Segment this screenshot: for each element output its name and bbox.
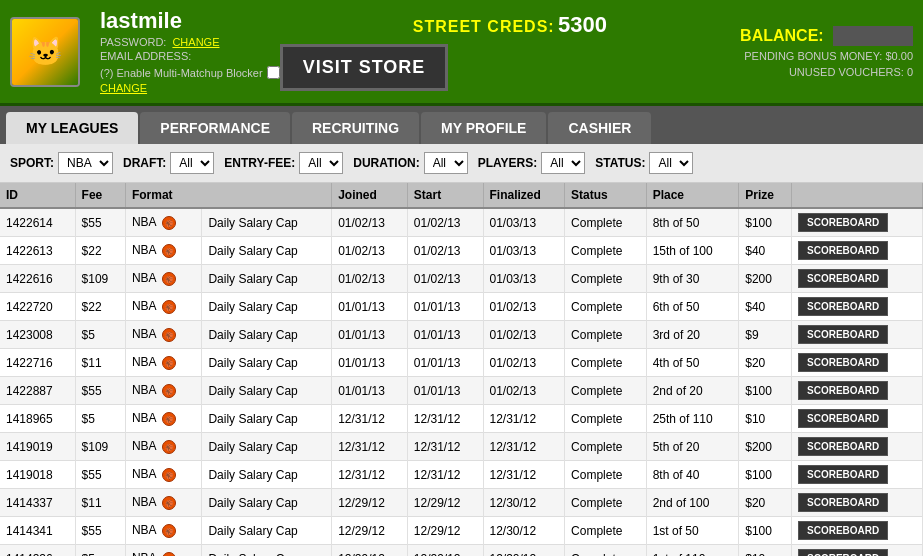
players-label: PLAYERS: [478,156,538,170]
cell-fee: $109 [75,433,125,461]
scoreboard-button[interactable]: SCOREBOARD [798,437,888,456]
cell-scoreboard[interactable]: SCOREBOARD [792,237,923,265]
cell-scoreboard[interactable]: SCOREBOARD [792,461,923,489]
scoreboard-button[interactable]: SCOREBOARD [798,213,888,232]
balance-value [833,26,913,46]
cell-scoreboard[interactable]: SCOREBOARD [792,321,923,349]
duration-filter: DURATION: All [353,152,467,174]
entry-fee-select[interactable]: All [299,152,343,174]
tab-my-leagues[interactable]: MY LEAGUES [6,112,138,144]
leagues-table: ID Fee Format Joined Start Finalized Sta… [0,183,923,556]
tab-performance[interactable]: PERFORMANCE [140,112,290,144]
table-row: 1422720 $22 NBA 🏀 Daily Salary Cap 01/01… [0,293,923,321]
scoreboard-button[interactable]: SCOREBOARD [798,241,888,260]
table-row: 1414337 $11 NBA 🏀 Daily Salary Cap 12/29… [0,489,923,517]
scoreboard-button[interactable]: SCOREBOARD [798,325,888,344]
cell-joined: 01/02/13 [332,265,408,293]
status-select[interactable]: All [649,152,693,174]
cell-scoreboard[interactable]: SCOREBOARD [792,377,923,405]
cell-id: 1422720 [0,293,75,321]
change-password-link[interactable]: CHANGE [172,36,219,48]
cell-status: Complete [565,237,647,265]
cell-start: 12/29/12 [407,489,483,517]
scoreboard-button[interactable]: SCOREBOARD [798,549,888,556]
cell-start: 01/01/13 [407,321,483,349]
street-creds-area: STREET CREDS: 5300 VISIT STORE [280,12,740,91]
cell-joined: 12/29/12 [332,517,408,545]
cell-scoreboard[interactable]: SCOREBOARD [792,349,923,377]
tab-recruiting[interactable]: RECRUITING [292,112,419,144]
cell-start: 12/29/12 [407,545,483,557]
cell-status: Complete [565,545,647,557]
tab-my-profile[interactable]: MY PROFILE [421,112,546,144]
table-row: 1419018 $55 NBA 🏀 Daily Salary Cap 12/31… [0,461,923,489]
sport-select[interactable]: NBA NFL MLB [58,152,113,174]
cell-place: 1st of 50 [646,517,739,545]
cell-id: 1419019 [0,433,75,461]
logo-image: 🐱 [12,18,78,86]
scoreboard-button[interactable]: SCOREBOARD [798,521,888,540]
tab-cashier[interactable]: CASHIER [548,112,651,144]
cell-finalized: 12/31/12 [483,461,565,489]
cell-start: 01/02/13 [407,265,483,293]
cell-fee: $11 [75,349,125,377]
cell-status: Complete [565,489,647,517]
cell-start: 12/31/12 [407,405,483,433]
scoreboard-button[interactable]: SCOREBOARD [798,353,888,372]
cell-scoreboard[interactable]: SCOREBOARD [792,265,923,293]
table-row: 1422887 $55 NBA 🏀 Daily Salary Cap 01/01… [0,377,923,405]
scoreboard-button[interactable]: SCOREBOARD [798,269,888,288]
table-row: 1422614 $55 NBA 🏀 Daily Salary Cap 01/02… [0,208,923,237]
cell-joined: 01/01/13 [332,321,408,349]
cell-id: 1414337 [0,489,75,517]
scoreboard-button[interactable]: SCOREBOARD [798,493,888,512]
cell-fee: $55 [75,517,125,545]
cell-start: 12/31/12 [407,461,483,489]
cell-sport: NBA 🏀 [125,208,202,237]
username: lastmile [100,8,280,34]
cell-prize: $10 [739,405,792,433]
nba-ball-icon: 🏀 [162,412,176,426]
scoreboard-button[interactable]: SCOREBOARD [798,465,888,484]
cell-scoreboard[interactable]: SCOREBOARD [792,517,923,545]
cell-scoreboard[interactable]: SCOREBOARD [792,489,923,517]
cell-scoreboard[interactable]: SCOREBOARD [792,545,923,557]
scoreboard-button[interactable]: SCOREBOARD [798,381,888,400]
cell-scoreboard[interactable]: SCOREBOARD [792,433,923,461]
scoreboard-button[interactable]: SCOREBOARD [798,297,888,316]
cell-id: 1414341 [0,517,75,545]
cell-place: 8th of 50 [646,208,739,237]
multi-matchup-checkbox[interactable] [267,66,280,79]
cell-scoreboard[interactable]: SCOREBOARD [792,405,923,433]
players-select[interactable]: All [541,152,585,174]
table-row: 1414336 $5 NBA 🏀 Daily Salary Cap 12/29/… [0,545,923,557]
col-format: Format [125,183,331,208]
cell-status: Complete [565,208,647,237]
cell-joined: 01/02/13 [332,237,408,265]
cell-fee: $5 [75,545,125,557]
cell-start: 01/01/13 [407,349,483,377]
unused-vouchers-label: UNUSED VOUCHERS: 0 [789,66,913,78]
user-info: lastmile PASSWORD: CHANGE EMAIL ADDRESS:… [100,8,280,95]
site-logo: 🐱 [10,17,80,87]
col-place: Place [646,183,739,208]
nba-ball-icon: 🏀 [162,356,176,370]
cell-scoreboard[interactable]: SCOREBOARD [792,293,923,321]
duration-select[interactable]: All [424,152,468,174]
cell-place: 8th of 40 [646,461,739,489]
table-row: 1419019 $109 NBA 🏀 Daily Salary Cap 12/3… [0,433,923,461]
scoreboard-button[interactable]: SCOREBOARD [798,409,888,428]
cell-scoreboard[interactable]: SCOREBOARD [792,208,923,237]
cell-prize: $100 [739,517,792,545]
sport-label: SPORT: [10,156,54,170]
table-row: 1423008 $5 NBA 🏀 Daily Salary Cap 01/01/… [0,321,923,349]
header: 🐱 lastmile PASSWORD: CHANGE EMAIL ADDRES… [0,0,923,106]
visit-store-button[interactable]: VISIT STORE [280,44,449,91]
cell-id: 1422614 [0,208,75,237]
cell-place: 15th of 100 [646,237,739,265]
col-start: Start [407,183,483,208]
change-email-link[interactable]: CHANGE [100,82,147,94]
draft-select[interactable]: All [170,152,214,174]
cell-format: Daily Salary Cap [202,461,332,489]
pending-bonus-label: PENDING BONUS MONEY: $0.00 [744,50,913,62]
